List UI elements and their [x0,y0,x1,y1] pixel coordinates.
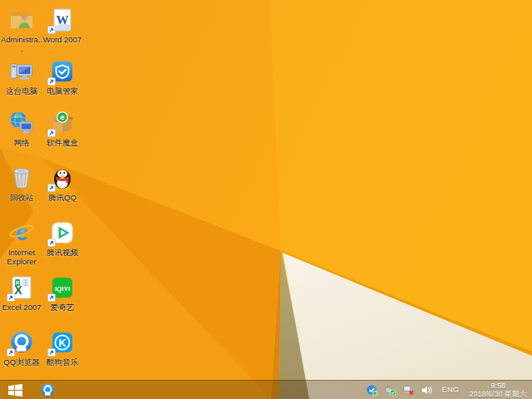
icon-label: 爱奇艺 [41,303,84,312]
usb-safely-remove-icon[interactable] [384,384,397,397]
language-indicator[interactable]: ENG [439,386,461,394]
shortcut-arrow-icon [7,293,15,302]
network-disconnected-icon[interactable] [402,384,415,397]
icon-label: 回收站 [0,193,43,202]
icon-label: Word 2007 [41,35,84,44]
desktop-icon-word-2007[interactable]: W Word 2007 [41,7,84,44]
desktop-icon-excel-2007[interactable]: X Excel 2007 [0,274,43,312]
qq-browser-icon [40,382,56,398]
shortcut-arrow-icon [7,348,15,357]
icon-label: 腾讯视频 [41,248,84,257]
taskbar: ENG 9:58 2018/6/30 星期六 [0,380,532,399]
windows-logo-icon [8,384,22,397]
desktop-icon-administrator[interactable]: Administra... [0,7,43,53]
shortcut-arrow-icon [47,348,56,357]
icon-label: QQ浏览器 [0,357,43,367]
computer-icon [8,58,35,85]
desktop-icon-recycle-bin[interactable]: 回收站 [0,165,43,202]
recycle-bin-icon [8,165,35,191]
shortcut-arrow-icon [47,129,56,137]
shortcut-arrow-icon [47,77,56,86]
desktop-icon-qq-browser[interactable]: QQ浏览器 [0,329,43,367]
desktop-icon-iqiyi[interactable]: iQIYI 爱奇艺 [41,274,84,312]
icon-label: 腾讯QQ [41,193,84,202]
clock-date: 2018/6/30 星期六 [469,390,527,398]
desktop-icon-pc-manager[interactable]: 电脑管家 [41,58,84,96]
desktop-icon-software-box[interactable]: e 软件魔盒 [41,110,84,147]
globe-computer-icon [8,110,35,136]
shortcut-arrow-icon [47,184,56,192]
svg-text:K: K [58,337,66,349]
user-folder-icon [8,7,35,33]
desktop-icon-this-pc[interactable]: 这台电脑 [0,58,43,96]
pc-manager-tray-icon[interactable] [366,384,378,397]
icon-label: 网络 [0,138,43,147]
windows-desktop: { "wallpaper": { "base_left": "#f5a11a",… [0,0,532,399]
icon-label: Administra... [0,35,43,53]
icon-label: 这台电脑 [0,86,43,96]
desktop-icon-tencent-qq[interactable]: 腾讯QQ [41,165,84,202]
desktop-icon-internet-explorer[interactable]: e Internet Explorer [0,219,43,266]
system-tray: ENG 9:58 2018/6/30 星期六 [366,382,532,398]
svg-text:e: e [60,112,64,121]
icon-label: Internet Explorer [0,248,43,266]
svg-text:W: W [57,13,69,27]
icon-label: 电脑管家 [41,86,84,96]
volume-icon[interactable] [421,384,433,397]
icon-label: 酷狗音乐 [41,357,84,367]
desktop-icon-network[interactable]: 网络 [0,110,43,147]
desktop-icon-tencent-video[interactable]: 腾讯视频 [41,219,84,257]
svg-text:iQIYI: iQIYI [55,285,70,293]
shortcut-arrow-icon [47,26,56,34]
taskbar-qq-browser-button[interactable] [35,381,60,399]
taskbar-clock[interactable]: 9:58 2018/6/30 星期六 [467,382,527,398]
shortcut-arrow-icon [47,293,56,302]
icon-label: Excel 2007 [0,303,43,312]
desktop-icon-kugou-music[interactable]: K 酷狗音乐 [41,329,84,367]
ie-icon: e [8,219,35,246]
clock-time: 9:58 [469,382,527,390]
shortcut-arrow-icon [47,239,56,247]
start-button[interactable] [0,381,30,399]
icon-label: 软件魔盒 [41,138,84,147]
